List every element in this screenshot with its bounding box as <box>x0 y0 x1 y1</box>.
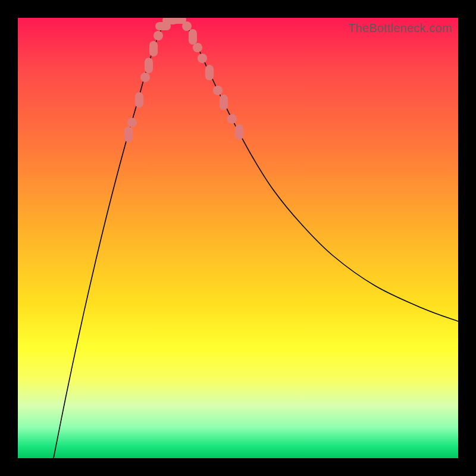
curve-left-curve <box>54 19 168 458</box>
marker-3 <box>140 73 150 82</box>
marker-12 <box>193 43 202 52</box>
marker-5 <box>149 41 158 57</box>
marker-1 <box>127 118 137 127</box>
marker-2 <box>135 92 143 108</box>
marker-17 <box>227 114 237 124</box>
marker-13 <box>198 54 207 63</box>
marker-0 <box>124 127 133 142</box>
watermark-label: TheBottleneck.com <box>348 21 452 35</box>
marker-11 <box>189 29 197 45</box>
marker-15 <box>213 86 223 95</box>
chart-frame: TheBottleneck.com <box>18 18 458 458</box>
marker-18 <box>235 124 243 140</box>
marker-6 <box>154 31 163 40</box>
marker-4 <box>145 58 153 73</box>
markers-group <box>124 18 243 142</box>
curve-right-curve <box>178 19 458 321</box>
curves-group <box>54 19 458 458</box>
bottleneck-curve-chart <box>18 18 458 458</box>
marker-16 <box>220 95 228 110</box>
marker-10 <box>182 21 192 31</box>
marker-14 <box>205 65 214 80</box>
